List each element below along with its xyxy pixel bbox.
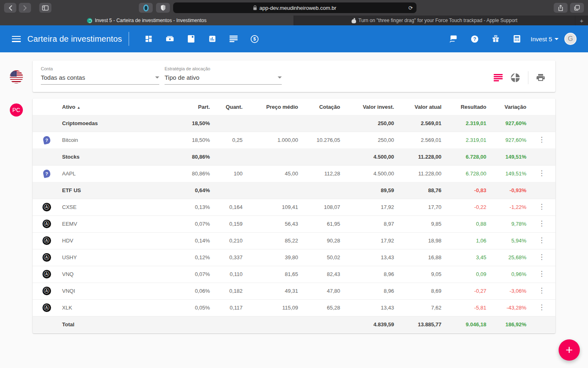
cell-preco-medio: 109,41 [244, 199, 300, 215]
extension-button-shield[interactable] [156, 3, 170, 13]
cell-quant [212, 115, 244, 132]
calculator-icon [513, 35, 521, 43]
asset-pin-icon: ? [33, 165, 60, 182]
nav-dashboard-button[interactable] [138, 31, 159, 47]
user-avatar[interactable]: G [564, 33, 577, 45]
cell-valor-invest: 250,00 [342, 115, 396, 132]
asset-row: ?Bitcoin18,50%0,251.000,0010.276,05250,0… [33, 132, 555, 148]
asset-row: ⒶCXSE0,13%0,164109,41108,0717,9217,70-0,… [33, 199, 555, 215]
strategy-select[interactable]: Estratégia de alocação Tipo de ativo [165, 66, 282, 85]
account-switcher[interactable]: Invest 5 [530, 36, 559, 43]
header-quant[interactable]: Quant. [212, 99, 244, 115]
help-button[interactable]: ? [467, 31, 482, 47]
header-cotacao[interactable]: Cotação [300, 99, 342, 115]
cell-ativo: HDV [60, 232, 154, 249]
cell-cotacao: 10.276,05 [300, 132, 342, 148]
row-menu-button[interactable]: ⋮ [538, 221, 545, 227]
cell-preco-medio: 81,65 [244, 266, 300, 283]
svg-text:$: $ [254, 36, 256, 41]
row-menu-button[interactable]: ⋮ [538, 171, 545, 176]
row-menu-button[interactable]: ⋮ [538, 271, 545, 277]
etf-logo-icon: Ⓐ [42, 270, 51, 278]
asset-pin-icon: ? [33, 132, 60, 148]
cell-preco-medio: 115,09 [244, 299, 300, 316]
cell-valor-atual: 16,88 [396, 249, 443, 266]
address-bar[interactable]: app-dev.meudinheiroweb.com.br ⟳ [173, 2, 416, 13]
row-menu-cell [528, 148, 555, 165]
tab-apple-support[interactable]: Turn on "three finger drag" for your For… [294, 16, 575, 25]
gift-button[interactable] [488, 31, 503, 47]
cell-quant: 0,159 [212, 215, 244, 232]
header-preco-medio[interactable]: Preço médio [244, 99, 300, 115]
nav-money-button[interactable]: $ [244, 31, 265, 47]
tab-invest5[interactable]: Invest 5 - Carteira de investimentos - I… [0, 16, 294, 25]
strategy-select-label: Estratégia de alocação [165, 66, 282, 71]
cell-preco-medio: 1.000,00 [244, 132, 300, 148]
cell-valor-atual: 18,98 [396, 232, 443, 249]
header-valor-invest[interactable]: Valor invest. [342, 99, 396, 115]
header-ativo[interactable]: Ativo ▲ [60, 99, 154, 115]
sidebar-toggle-button[interactable] [39, 3, 51, 13]
list-view-button[interactable] [494, 74, 503, 81]
new-tab-button[interactable]: + [575, 16, 588, 25]
row-menu-button[interactable]: ⋮ [538, 137, 545, 143]
etf-logo-icon: Ⓐ [42, 236, 51, 245]
header-valor-atual[interactable]: Valor atual [396, 99, 443, 115]
pc-badge[interactable]: PC [10, 103, 23, 117]
row-menu-cell: ⋮ [528, 132, 555, 148]
cell-variacao: 186,92% [488, 316, 528, 333]
feedback-button[interactable] [445, 31, 461, 47]
cell-part: 0,13% [154, 199, 212, 215]
back-button[interactable] [4, 3, 16, 13]
row-menu-button[interactable]: ⋮ [538, 305, 545, 310]
cell-ativo: XLK [60, 299, 154, 316]
share-button[interactable] [554, 3, 568, 13]
header-divider [129, 32, 129, 46]
cell-resultado: 2.319,01 [443, 132, 488, 148]
row-menu-button[interactable]: ⋮ [538, 204, 545, 210]
chevron-left-icon [9, 5, 12, 11]
cell-ativo: AAPL [60, 165, 154, 182]
header-part[interactable]: Part. [154, 99, 212, 115]
chart-view-button[interactable] [510, 72, 521, 83]
add-button[interactable]: + [559, 339, 580, 361]
reload-button[interactable]: ⟳ [408, 5, 413, 11]
account-select[interactable]: Conta Todas as contas [41, 66, 159, 85]
nav-accounts-button[interactable] [159, 31, 180, 47]
header-variacao[interactable]: Variação [488, 99, 528, 115]
browser-tabbar: Invest 5 - Carteira de investimentos - I… [0, 16, 588, 25]
cell-preco-medio [244, 182, 300, 199]
print-button[interactable] [536, 73, 546, 83]
cell-valor-invest: 17,92 [342, 232, 396, 249]
nav-ledger-button[interactable] [180, 31, 202, 47]
forward-button[interactable] [19, 3, 31, 13]
cell-cotacao [300, 115, 342, 132]
calculator-button[interactable] [509, 31, 525, 47]
tabs-overview-button[interactable] [570, 3, 584, 13]
cell-part: 0,64% [154, 182, 212, 199]
menu-button[interactable] [12, 36, 21, 42]
cell-valor-invest: 13,43 [342, 299, 396, 316]
row-menu-button[interactable]: ⋮ [538, 288, 545, 294]
nav-statements-button[interactable] [223, 31, 244, 47]
site-favicon [87, 18, 92, 23]
asset-row: ⒶUSHY0,12%0,33739,8050,0213,4316,883,452… [33, 249, 555, 266]
cell-valor-invest: 4.839,59 [342, 316, 396, 333]
account-select-value: Todas as contas [41, 74, 85, 81]
cell-valor-invest: 8,97 [342, 215, 396, 232]
group-row: Criptomoedas18,50%250,002.569,012.319,01… [33, 115, 555, 132]
usa-flag-icon[interactable] [10, 70, 23, 83]
row-menu-cell: ⋮ [528, 299, 555, 316]
etf-logo-icon: Ⓐ [42, 253, 51, 262]
cell-preco-medio: 85,22 [244, 232, 300, 249]
sidebar-icon [42, 5, 49, 11]
filters-card: Conta Todas as contas Estratégia de aloc… [33, 61, 555, 92]
row-menu-button[interactable]: ⋮ [538, 238, 545, 243]
header-resultado[interactable]: Resultado [443, 99, 488, 115]
nav-reports-button[interactable] [202, 31, 223, 47]
cell-resultado: 6.728,00 [443, 165, 488, 182]
row-menu-button[interactable]: ⋮ [538, 254, 545, 260]
extension-button-oval[interactable] [139, 3, 153, 13]
cell-variacao: -43,28% [488, 299, 528, 316]
cell-valor-atual: 11.228,00 [396, 165, 443, 182]
